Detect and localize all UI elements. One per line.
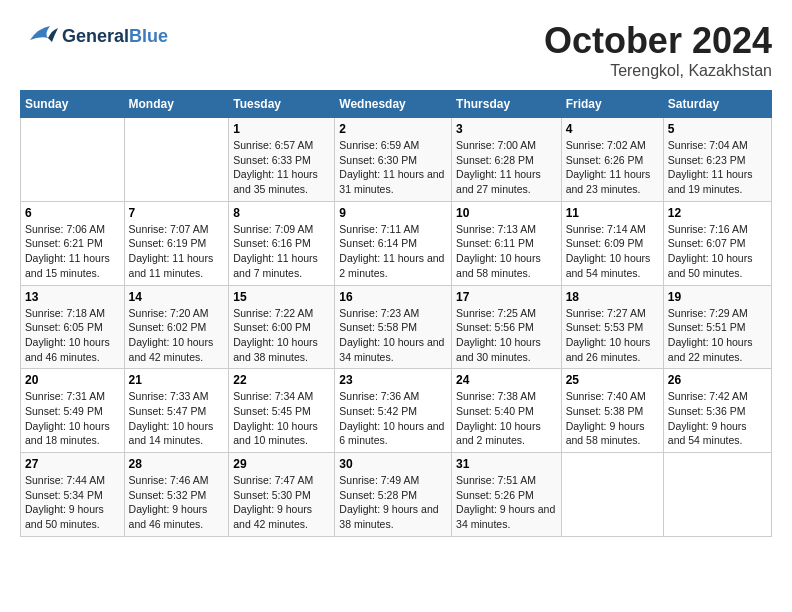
calendar-cell: 6Sunrise: 7:06 AMSunset: 6:21 PMDaylight…: [21, 201, 125, 285]
calendar-week-2: 6Sunrise: 7:06 AMSunset: 6:21 PMDaylight…: [21, 201, 772, 285]
calendar-cell: 1Sunrise: 6:57 AMSunset: 6:33 PMDaylight…: [229, 118, 335, 202]
logo-text: GeneralBlue: [62, 27, 168, 47]
day-number: 3: [456, 122, 557, 136]
day-number: 13: [25, 290, 120, 304]
day-number: 5: [668, 122, 767, 136]
calendar-cell: 28Sunrise: 7:46 AMSunset: 5:32 PMDayligh…: [124, 453, 229, 537]
day-info: Sunrise: 7:27 AMSunset: 5:53 PMDaylight:…: [566, 306, 659, 365]
day-number: 8: [233, 206, 330, 220]
header-monday: Monday: [124, 91, 229, 118]
day-number: 14: [129, 290, 225, 304]
calendar-cell: 9Sunrise: 7:11 AMSunset: 6:14 PMDaylight…: [335, 201, 452, 285]
day-number: 12: [668, 206, 767, 220]
calendar-cell: 30Sunrise: 7:49 AMSunset: 5:28 PMDayligh…: [335, 453, 452, 537]
header-saturday: Saturday: [663, 91, 771, 118]
day-info: Sunrise: 7:22 AMSunset: 6:00 PMDaylight:…: [233, 306, 330, 365]
day-info: Sunrise: 7:23 AMSunset: 5:58 PMDaylight:…: [339, 306, 447, 365]
calendar-cell: 13Sunrise: 7:18 AMSunset: 6:05 PMDayligh…: [21, 285, 125, 369]
day-number: 29: [233, 457, 330, 471]
day-info: Sunrise: 7:40 AMSunset: 5:38 PMDaylight:…: [566, 389, 659, 448]
day-info: Sunrise: 7:04 AMSunset: 6:23 PMDaylight:…: [668, 138, 767, 197]
day-number: 21: [129, 373, 225, 387]
header-wednesday: Wednesday: [335, 91, 452, 118]
page-header: GeneralBlue October 2024 Terengkol, Kaza…: [20, 20, 772, 80]
calendar-cell: [124, 118, 229, 202]
calendar-cell: 31Sunrise: 7:51 AMSunset: 5:26 PMDayligh…: [452, 453, 562, 537]
day-number: 20: [25, 373, 120, 387]
day-info: Sunrise: 7:38 AMSunset: 5:40 PMDaylight:…: [456, 389, 557, 448]
logo-bird-icon: [20, 20, 58, 54]
day-number: 26: [668, 373, 767, 387]
day-number: 15: [233, 290, 330, 304]
calendar-cell: 25Sunrise: 7:40 AMSunset: 5:38 PMDayligh…: [561, 369, 663, 453]
calendar-cell: 24Sunrise: 7:38 AMSunset: 5:40 PMDayligh…: [452, 369, 562, 453]
day-number: 4: [566, 122, 659, 136]
calendar-cell: 16Sunrise: 7:23 AMSunset: 5:58 PMDayligh…: [335, 285, 452, 369]
day-number: 6: [25, 206, 120, 220]
calendar-week-3: 13Sunrise: 7:18 AMSunset: 6:05 PMDayligh…: [21, 285, 772, 369]
logo: GeneralBlue: [20, 20, 168, 54]
calendar-cell: 11Sunrise: 7:14 AMSunset: 6:09 PMDayligh…: [561, 201, 663, 285]
day-number: 7: [129, 206, 225, 220]
calendar-cell: 17Sunrise: 7:25 AMSunset: 5:56 PMDayligh…: [452, 285, 562, 369]
day-number: 19: [668, 290, 767, 304]
day-info: Sunrise: 7:13 AMSunset: 6:11 PMDaylight:…: [456, 222, 557, 281]
day-info: Sunrise: 7:20 AMSunset: 6:02 PMDaylight:…: [129, 306, 225, 365]
month-title: October 2024: [544, 20, 772, 62]
day-number: 23: [339, 373, 447, 387]
day-info: Sunrise: 7:49 AMSunset: 5:28 PMDaylight:…: [339, 473, 447, 532]
calendar-week-4: 20Sunrise: 7:31 AMSunset: 5:49 PMDayligh…: [21, 369, 772, 453]
calendar-cell: 5Sunrise: 7:04 AMSunset: 6:23 PMDaylight…: [663, 118, 771, 202]
day-number: 18: [566, 290, 659, 304]
header-thursday: Thursday: [452, 91, 562, 118]
day-info: Sunrise: 7:42 AMSunset: 5:36 PMDaylight:…: [668, 389, 767, 448]
day-info: Sunrise: 7:11 AMSunset: 6:14 PMDaylight:…: [339, 222, 447, 281]
day-number: 2: [339, 122, 447, 136]
calendar-cell: 18Sunrise: 7:27 AMSunset: 5:53 PMDayligh…: [561, 285, 663, 369]
day-info: Sunrise: 7:46 AMSunset: 5:32 PMDaylight:…: [129, 473, 225, 532]
calendar-cell: 23Sunrise: 7:36 AMSunset: 5:42 PMDayligh…: [335, 369, 452, 453]
day-info: Sunrise: 7:09 AMSunset: 6:16 PMDaylight:…: [233, 222, 330, 281]
title-block: October 2024 Terengkol, Kazakhstan: [544, 20, 772, 80]
day-info: Sunrise: 7:29 AMSunset: 5:51 PMDaylight:…: [668, 306, 767, 365]
calendar-cell: 14Sunrise: 7:20 AMSunset: 6:02 PMDayligh…: [124, 285, 229, 369]
calendar-cell: 7Sunrise: 7:07 AMSunset: 6:19 PMDaylight…: [124, 201, 229, 285]
day-number: 25: [566, 373, 659, 387]
day-info: Sunrise: 7:33 AMSunset: 5:47 PMDaylight:…: [129, 389, 225, 448]
day-info: Sunrise: 7:34 AMSunset: 5:45 PMDaylight:…: [233, 389, 330, 448]
calendar-cell: 22Sunrise: 7:34 AMSunset: 5:45 PMDayligh…: [229, 369, 335, 453]
header-sunday: Sunday: [21, 91, 125, 118]
calendar-cell: 27Sunrise: 7:44 AMSunset: 5:34 PMDayligh…: [21, 453, 125, 537]
day-number: 9: [339, 206, 447, 220]
day-info: Sunrise: 7:07 AMSunset: 6:19 PMDaylight:…: [129, 222, 225, 281]
calendar-cell: 19Sunrise: 7:29 AMSunset: 5:51 PMDayligh…: [663, 285, 771, 369]
day-info: Sunrise: 6:57 AMSunset: 6:33 PMDaylight:…: [233, 138, 330, 197]
day-info: Sunrise: 7:51 AMSunset: 5:26 PMDaylight:…: [456, 473, 557, 532]
calendar-cell: 29Sunrise: 7:47 AMSunset: 5:30 PMDayligh…: [229, 453, 335, 537]
calendar-cell: 3Sunrise: 7:00 AMSunset: 6:28 PMDaylight…: [452, 118, 562, 202]
day-number: 11: [566, 206, 659, 220]
calendar-cell: 10Sunrise: 7:13 AMSunset: 6:11 PMDayligh…: [452, 201, 562, 285]
calendar-table: SundayMondayTuesdayWednesdayThursdayFrid…: [20, 90, 772, 537]
calendar-cell: 2Sunrise: 6:59 AMSunset: 6:30 PMDaylight…: [335, 118, 452, 202]
day-info: Sunrise: 7:16 AMSunset: 6:07 PMDaylight:…: [668, 222, 767, 281]
header-friday: Friday: [561, 91, 663, 118]
day-number: 17: [456, 290, 557, 304]
day-info: Sunrise: 7:47 AMSunset: 5:30 PMDaylight:…: [233, 473, 330, 532]
day-info: Sunrise: 7:31 AMSunset: 5:49 PMDaylight:…: [25, 389, 120, 448]
day-number: 24: [456, 373, 557, 387]
header-tuesday: Tuesday: [229, 91, 335, 118]
calendar-cell: [561, 453, 663, 537]
day-number: 27: [25, 457, 120, 471]
day-number: 31: [456, 457, 557, 471]
day-info: Sunrise: 7:14 AMSunset: 6:09 PMDaylight:…: [566, 222, 659, 281]
calendar-cell: 4Sunrise: 7:02 AMSunset: 6:26 PMDaylight…: [561, 118, 663, 202]
calendar-cell: 21Sunrise: 7:33 AMSunset: 5:47 PMDayligh…: [124, 369, 229, 453]
calendar-cell: [21, 118, 125, 202]
day-info: Sunrise: 7:25 AMSunset: 5:56 PMDaylight:…: [456, 306, 557, 365]
calendar-week-5: 27Sunrise: 7:44 AMSunset: 5:34 PMDayligh…: [21, 453, 772, 537]
day-info: Sunrise: 6:59 AMSunset: 6:30 PMDaylight:…: [339, 138, 447, 197]
day-info: Sunrise: 7:44 AMSunset: 5:34 PMDaylight:…: [25, 473, 120, 532]
calendar-cell: 26Sunrise: 7:42 AMSunset: 5:36 PMDayligh…: [663, 369, 771, 453]
day-number: 16: [339, 290, 447, 304]
